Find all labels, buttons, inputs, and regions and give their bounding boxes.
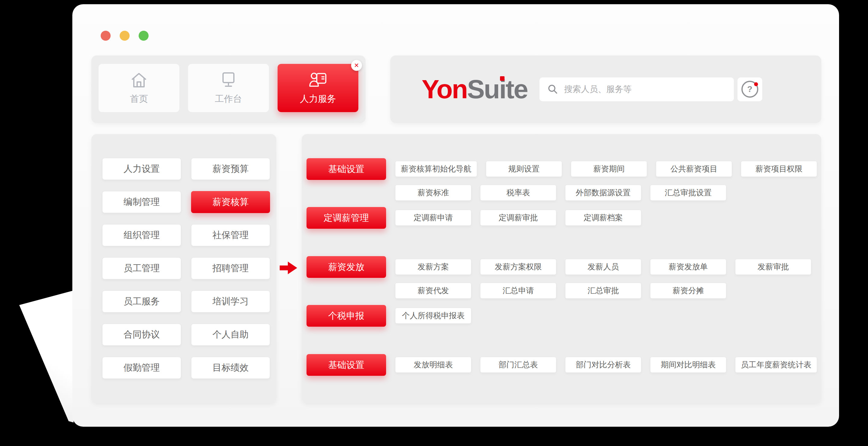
menu-item-button[interactable]: 汇总审批	[565, 283, 641, 299]
menu-item-button[interactable]: 发薪方案权限	[480, 259, 556, 275]
category-label: 薪资发放	[328, 261, 364, 273]
sidebar-module-button[interactable]: 社保管理	[191, 224, 270, 246]
window-page-fold-shadow	[19, 290, 73, 422]
home-icon	[130, 71, 148, 89]
sidebar-module-button[interactable]: 人力设置	[102, 158, 181, 180]
tab-label: 工作台	[215, 93, 242, 105]
menu-item-button[interactable]: 薪资分摊	[650, 283, 726, 299]
sidebar-module-button[interactable]: 招聘管理	[191, 257, 270, 279]
search-input[interactable]	[564, 84, 731, 94]
menu-item-button[interactable]: 部门汇总表	[480, 357, 556, 373]
yonsuite-logo: YonSuite	[422, 74, 527, 104]
menu-item-label: 薪资核算初始化导航	[401, 164, 471, 174]
menu-item-button[interactable]: 汇总申请	[480, 283, 556, 299]
menu-item-button[interactable]: 发放明细表	[395, 357, 471, 373]
category-button[interactable]: 个税申报	[307, 305, 386, 327]
menu-item-button[interactable]: 外部数据源设置	[565, 185, 641, 201]
menu-item-button[interactable]: 定调薪档案	[565, 210, 641, 226]
menu-item-label: 外部数据源设置	[576, 187, 631, 198]
menu-item-button[interactable]: 规则设置	[486, 161, 562, 177]
menu-item-button[interactable]: 公共薪资项目	[656, 161, 732, 177]
menu-item-button[interactable]: 定调薪审批	[480, 210, 556, 226]
menu-item-button[interactable]: 薪资发放单	[650, 259, 726, 275]
menu-item-label: 个人所得税申报表	[402, 310, 465, 321]
search-icon	[547, 84, 558, 95]
hr-people-icon	[308, 71, 328, 89]
sidebar-module-label: 薪资核算	[213, 196, 249, 208]
menu-item-label: 薪资分摊	[673, 285, 704, 296]
menu-item-label: 薪资标准	[418, 187, 449, 198]
category-label: 基础设置	[328, 163, 364, 176]
window-close-button[interactable]	[101, 31, 111, 41]
sidebar-module-button[interactable]: 员工服务	[102, 290, 181, 313]
sidebar-module-button[interactable]: 目标绩效	[191, 357, 270, 379]
menu-item-button[interactable]: 薪资代发	[395, 283, 471, 299]
sidebar-module-label: 员工服务	[124, 295, 160, 308]
window-zoom-button[interactable]	[138, 31, 149, 41]
menu-item-row: 定调薪申请定调薪审批定调薪档案	[395, 210, 641, 226]
sidebar-module-button[interactable]: 个人自助	[191, 324, 270, 346]
menu-content: 基础设置薪资核算初始化导航规则设置薪资期间公共薪资项目薪资项目权限薪资标准税率表…	[302, 134, 821, 403]
sidebar-module-button[interactable]: 合同协议	[102, 324, 181, 346]
category-label: 定调薪管理	[324, 212, 369, 224]
global-search[interactable]	[539, 77, 734, 101]
menu-item-button[interactable]: 期间对比明细表	[650, 357, 726, 373]
sidebar-module-button[interactable]: 培训学习	[191, 290, 270, 313]
menu-item-button[interactable]: 薪资标准	[395, 185, 471, 201]
sidebar-module-button[interactable]: 员工管理	[102, 257, 181, 279]
sidebar-module-button[interactable]: 薪资核算	[191, 191, 270, 213]
menu-item-button[interactable]: 发薪审批	[735, 259, 811, 275]
close-icon[interactable]: ✕	[351, 60, 362, 71]
category-label: 基础设置	[328, 359, 364, 371]
menu-item-label: 发薪审批	[758, 262, 789, 272]
menu-item-button[interactable]: 税率表	[480, 185, 556, 201]
menu-item-rows: 薪资核算初始化导航规则设置薪资期间公共薪资项目薪资项目权限薪资标准税率表外部数据…	[395, 158, 817, 201]
sidebar-module-label: 编制管理	[124, 196, 160, 208]
category-label: 个税申报	[328, 310, 364, 322]
menu-item-button[interactable]: 薪资期间	[571, 161, 647, 177]
menu-item-label: 部门对比分析表	[576, 359, 631, 370]
menu-item-button[interactable]: 部门对比分析表	[565, 357, 641, 373]
menu-item-button[interactable]: 薪资项目权限	[741, 161, 817, 177]
sidebar-module-label: 社保管理	[213, 229, 249, 242]
tab-workbench[interactable]: 工作台	[188, 64, 269, 112]
sidebar-module-button[interactable]: 假勤管理	[102, 357, 181, 379]
sidebar-module-button[interactable]: 编制管理	[102, 191, 181, 213]
menu-item-button[interactable]: 定调薪申请	[395, 210, 471, 226]
menu-section: 薪资发放发薪方案发薪方案权限发薪人员薪资发放单发薪审批薪资代发汇总申请汇总审批薪…	[307, 256, 821, 299]
sidebar-module-label: 招聘管理	[213, 262, 249, 275]
help-button[interactable]: ?	[738, 77, 762, 101]
menu-item-button[interactable]: 发薪方案	[395, 259, 471, 275]
sidebar-module-label: 合同协议	[124, 328, 160, 341]
menu-item-label: 发薪方案权限	[495, 262, 542, 272]
menu-item-label: 税率表	[507, 187, 530, 198]
menu-item-label: 发薪人员	[588, 262, 619, 272]
sidebar-module-label: 培训学习	[213, 295, 249, 308]
menu-item-button[interactable]: 薪资核算初始化导航	[395, 161, 477, 177]
category-button[interactable]: 基础设置	[307, 158, 386, 180]
sidebar-module-label: 员工管理	[124, 262, 160, 275]
menu-item-button[interactable]: 汇总审批设置	[650, 185, 726, 201]
menu-item-label: 汇总审批设置	[665, 187, 712, 198]
category-button[interactable]: 定调薪管理	[307, 207, 386, 229]
menu-item-button[interactable]: 个人所得税申报表	[395, 308, 471, 324]
tab-label: 人力服务	[300, 93, 336, 105]
menu-item-button[interactable]: 发薪人员	[565, 259, 641, 275]
sidebar-module-button[interactable]: 组织管理	[102, 224, 181, 246]
category-button[interactable]: 薪资发放	[307, 256, 386, 278]
tab-hr-service[interactable]: 人力服务✕	[278, 64, 358, 112]
tab-home[interactable]: 首页	[98, 64, 179, 112]
menu-item-row: 发薪方案发薪方案权限发薪人员薪资发放单发薪审批	[395, 259, 811, 275]
menu-item-label: 定调薪审批	[499, 213, 538, 223]
menu-item-button[interactable]: 员工年度薪资统计表	[735, 357, 817, 373]
sidebar-module-button[interactable]: 薪资预算	[191, 158, 270, 180]
window-minimize-button[interactable]	[120, 31, 130, 41]
category-button[interactable]: 基础设置	[307, 354, 386, 376]
menu-item-label: 汇总审批	[588, 285, 619, 296]
menu-item-row: 薪资核算初始化导航规则设置薪资期间公共薪资项目薪资项目权限	[395, 161, 817, 177]
menu-item-rows: 个人所得税申报表	[395, 305, 471, 324]
notification-dot	[754, 82, 758, 86]
menu-section: 个税申报个人所得税申报表	[307, 305, 821, 327]
menu-item-label: 汇总申请	[503, 285, 534, 296]
menu-item-label: 薪资项目权限	[755, 164, 803, 174]
